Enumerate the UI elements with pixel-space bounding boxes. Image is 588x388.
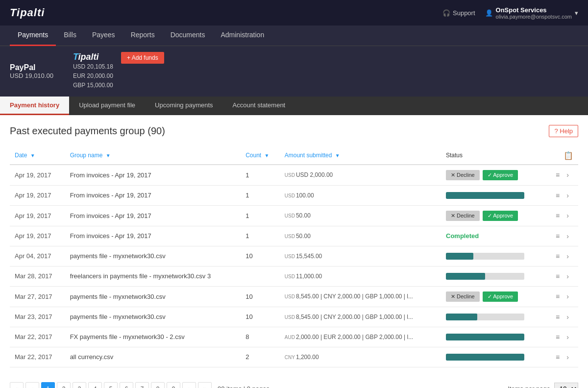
pagination: « ‹ 1 2 3 4 5 6 7 8 9 › »: [10, 382, 212, 388]
cell-date: Mar 28, 2017: [10, 266, 65, 286]
menu-icon-button[interactable]: ≡: [554, 291, 562, 301]
col-amount[interactable]: Amount submitted ▼: [280, 147, 441, 165]
tab-payment-history[interactable]: Payment history: [0, 97, 69, 115]
cell-amount: usd8,545.00 | CNY 2,000.00 | GBP 1,000.0…: [280, 307, 441, 327]
support-link[interactable]: 🎧 Support: [442, 9, 475, 17]
page-3[interactable]: 3: [73, 382, 86, 388]
cell-status: [441, 327, 549, 347]
export-icon[interactable]: 📋: [564, 151, 573, 160]
nav-payments[interactable]: Payments: [10, 25, 56, 46]
nav-payees[interactable]: Payees: [84, 25, 123, 46]
cell-actions: ≡ ›: [549, 347, 578, 367]
table-row: Mar 22, 2017all currency.csv2cny1,200.00…: [10, 347, 578, 367]
decline-button[interactable]: ✕ Decline: [446, 211, 480, 221]
user-menu[interactable]: 👤 OnSpot Services olivia.paymore@onspots…: [485, 6, 578, 20]
cell-actions: ≡ ›: [549, 327, 578, 347]
table-row: Mar 23, 2017payments file - myxnetwork30…: [10, 307, 578, 327]
add-funds-button[interactable]: + Add funds: [121, 52, 164, 64]
user-icon: 👤: [485, 9, 493, 17]
help-button[interactable]: ? Help: [549, 125, 578, 137]
col-group-name[interactable]: Group name ▼: [65, 147, 241, 165]
page-7[interactable]: 7: [135, 382, 149, 388]
expand-button[interactable]: ›: [564, 271, 571, 281]
cell-actions: ≡ ›: [549, 226, 578, 246]
tab-upcoming-payments[interactable]: Upcoming payments: [145, 97, 223, 115]
cell-amount: usd8,545.00 | CNY 2,000.00 | GBP 1,000.0…: [280, 286, 441, 307]
page-2[interactable]: 2: [57, 382, 71, 388]
expand-button[interactable]: ›: [564, 291, 571, 301]
expand-button[interactable]: ›: [564, 231, 571, 241]
expand-button[interactable]: ›: [564, 191, 571, 200]
cell-amount: usd15,545.00: [280, 246, 441, 266]
cell-status: [441, 307, 549, 327]
page-first[interactable]: «: [10, 382, 24, 388]
nav-bills[interactable]: Bills: [56, 25, 84, 46]
pagination-area: « ‹ 1 2 3 4 5 6 7 8 9 › » 90 items | 9 p…: [10, 377, 578, 388]
menu-icon-button[interactable]: ≡: [554, 231, 562, 241]
cell-amount: cny1,200.00: [280, 347, 441, 367]
decline-button[interactable]: ✕ Decline: [446, 170, 480, 180]
tipalti-amounts: USD 20,105.18 EUR 20,000.00 GBP 15,000.0…: [73, 62, 113, 91]
expand-button[interactable]: ›: [564, 312, 571, 322]
cell-status: ✕ Decline✓ Approve: [441, 286, 549, 307]
page-4[interactable]: 4: [88, 382, 102, 388]
cell-status: Completed: [441, 226, 549, 246]
paypal-label: PayPal: [10, 63, 53, 72]
progress-bar: [446, 334, 524, 340]
page-1[interactable]: 1: [41, 382, 55, 388]
expand-button[interactable]: ›: [564, 352, 571, 362]
nav-documents[interactable]: Documents: [163, 25, 213, 46]
approve-button[interactable]: ✓ Approve: [483, 211, 518, 221]
cell-count: 1: [241, 165, 280, 186]
nav-administration[interactable]: Administration: [213, 25, 272, 46]
col-count[interactable]: Count ▼: [241, 147, 280, 165]
expand-button[interactable]: ›: [564, 170, 571, 180]
page-6[interactable]: 6: [120, 382, 133, 388]
col-date[interactable]: Date ▼: [10, 147, 65, 165]
approve-button[interactable]: ✓ Approve: [483, 170, 518, 180]
menu-icon-button[interactable]: ≡: [554, 170, 562, 180]
approve-button[interactable]: ✓ Approve: [483, 291, 518, 302]
cell-date: Mar 27, 2017: [10, 286, 65, 307]
page-9[interactable]: 9: [167, 382, 180, 388]
col-export[interactable]: 📋: [549, 147, 578, 165]
menu-icon-button[interactable]: ≡: [554, 332, 562, 342]
page-next[interactable]: ›: [182, 382, 196, 388]
tab-upload-payment[interactable]: Upload payment file: [69, 97, 145, 115]
page-5[interactable]: 5: [104, 382, 118, 388]
decline-button[interactable]: ✕ Decline: [446, 291, 480, 302]
cell-group-name: From invoices - Apr 19, 2017: [65, 226, 241, 246]
sort-icon-amount: ▼: [335, 153, 340, 158]
expand-button[interactable]: ›: [564, 332, 571, 342]
menu-icon-button[interactable]: ≡: [554, 211, 562, 220]
user-name: OnSpot Services: [496, 6, 572, 14]
sub-tabs: Payment history Upload payment file Upco…: [0, 97, 588, 115]
menu-icon-button[interactable]: ≡: [554, 352, 562, 362]
page-8[interactable]: 8: [151, 382, 165, 388]
cell-status: [441, 266, 549, 286]
cell-date: Apr 19, 2017: [10, 185, 65, 205]
cell-count: 8: [241, 327, 280, 347]
page-last[interactable]: »: [198, 382, 212, 388]
expand-button[interactable]: ›: [564, 251, 571, 261]
page-prev[interactable]: ‹: [25, 382, 39, 388]
menu-icon-button[interactable]: ≡: [554, 191, 562, 200]
cell-group-name: FX payments file - myxnetwork30 - 2.csv: [65, 327, 241, 347]
nav-reports[interactable]: Reports: [123, 25, 163, 46]
cell-group-name: all currency.csv: [65, 347, 241, 367]
items-per-page-select[interactable]: 10 25 50: [554, 383, 578, 388]
progress-bar: [446, 314, 524, 320]
progress-bar: [446, 273, 524, 280]
cell-date: Apr 19, 2017: [10, 226, 65, 246]
menu-icon-button[interactable]: ≡: [554, 312, 562, 322]
menu-icon-button[interactable]: ≡: [554, 271, 562, 281]
cell-actions: ≡ ›: [549, 307, 578, 327]
progress-bar: [446, 354, 524, 361]
tab-account-statement[interactable]: Account statement: [223, 97, 295, 115]
table-row: Apr 19, 2017From invoices - Apr 19, 2017…: [10, 226, 578, 246]
menu-icon-button[interactable]: ≡: [554, 251, 562, 261]
expand-button[interactable]: ›: [564, 211, 571, 220]
cell-amount: usd50.00: [280, 226, 441, 246]
cell-date: Mar 22, 2017: [10, 327, 65, 347]
page-info: 90 items | 9 pages: [218, 385, 270, 388]
